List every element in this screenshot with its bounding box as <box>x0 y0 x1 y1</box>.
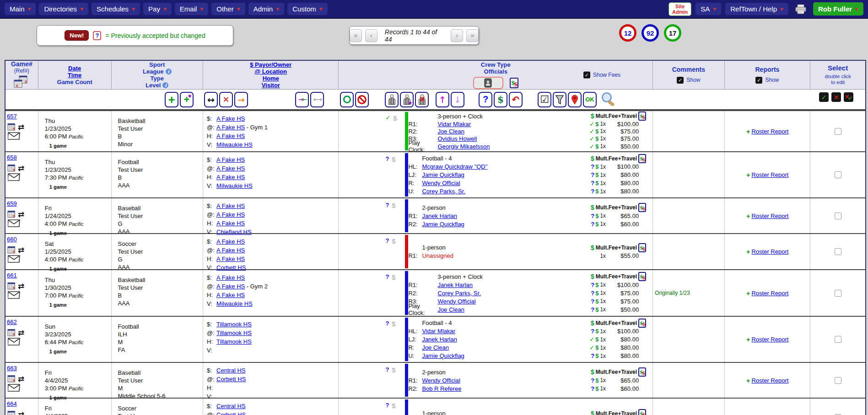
official-link[interactable]: Joe Clean <box>422 344 449 351</box>
show-comments-toggle[interactable]: ✓ Show <box>677 77 700 84</box>
next-page-button[interactable]: › <box>451 29 463 42</box>
official-link[interactable]: Wendy Official <box>422 377 460 384</box>
row-select-checkbox[interactable] <box>835 248 841 255</box>
official-link[interactable]: Wendy Official <box>437 298 475 305</box>
game-number-link[interactable]: 657 <box>7 113 17 120</box>
fee-detail-icon[interactable]: $$ <box>638 272 646 281</box>
show-reports-toggle[interactable]: ✓ Show <box>755 77 779 84</box>
school-link[interactable]: Tillamook HS <box>216 321 252 328</box>
official-link[interactable]: Ovidius Howell <box>437 135 477 142</box>
expand-report-icon[interactable]: + <box>746 335 750 343</box>
school-link[interactable]: A Fake HS <box>216 202 245 209</box>
game-number-link[interactable]: 662 <box>7 319 17 325</box>
counter-badge[interactable]: 92 <box>642 24 659 42</box>
calendar-icon[interactable] <box>7 282 16 290</box>
school-link[interactable]: A Fake HS <box>216 247 245 254</box>
row-select-checkbox[interactable] <box>835 213 841 219</box>
sort-by-date-link[interactable]: Date <box>68 65 81 72</box>
add-linked-game-icon[interactable]: +★ <box>180 92 194 107</box>
expand-report-icon[interactable]: + <box>746 377 750 384</box>
calendar-icon[interactable] <box>7 210 16 218</box>
school-link[interactable]: Tillamook HS <box>216 330 252 336</box>
school-link[interactable]: Corbett HS <box>216 411 246 415</box>
roster-report-link[interactable]: Roster Report <box>751 248 788 255</box>
contact-card-button[interactable] <box>473 77 503 89</box>
school-link[interactable]: Milwaukie HS <box>216 182 253 189</box>
menu-custom[interactable]: Custom▼ <box>287 3 328 15</box>
official-link[interactable]: Jamie Quickflag <box>422 221 464 228</box>
league-info-icon[interactable]: i <box>166 69 172 74</box>
school-link[interactable]: Milwaukie HS <box>216 141 253 148</box>
calendar-icon[interactable] <box>7 246 16 254</box>
school-link[interactable]: A Fake HS <box>216 238 245 245</box>
block-icon[interactable] <box>355 92 369 107</box>
official-link[interactable]: Vidar Mlakar <box>437 121 471 128</box>
swap-games-icon[interactable]: ↔ <box>204 92 218 107</box>
school-link[interactable]: A Fake HS <box>216 274 245 281</box>
fees-dollar-icon[interactable]: $ <box>494 92 507 107</box>
expand-report-icon[interactable]: + <box>746 248 750 255</box>
prev-page-button[interactable]: ‹ <box>365 29 377 42</box>
calendar-icon[interactable] <box>7 329 16 336</box>
row-select-checkbox[interactable] <box>835 377 841 384</box>
official-link[interactable]: Janek Harlan <box>422 336 457 343</box>
sort-by-visitor-link[interactable]: Visitor <box>262 82 280 89</box>
add-game-icon[interactable]: + <box>165 92 178 107</box>
sort-by-location-link[interactable]: @ Location <box>255 68 287 75</box>
official-link[interactable]: Corey Parks, Sr. <box>422 188 465 195</box>
search-icon[interactable] <box>600 91 616 108</box>
email-crew-icon[interactable] <box>8 291 20 299</box>
calendar-icon[interactable] <box>7 123 16 131</box>
roster-report-link[interactable]: Roster Report <box>751 377 788 384</box>
school-link[interactable]: Central HS <box>216 367 246 374</box>
roster-report-link[interactable]: Roster Report <box>751 213 788 219</box>
fee-detail-icon[interactable]: $$ <box>638 409 646 415</box>
reschedule-icon[interactable]: ⇄ <box>18 376 24 382</box>
select-all-icon[interactable]: ✓ <box>819 92 829 102</box>
school-link[interactable]: A Fake HS <box>216 156 245 163</box>
show-fees-checkbox[interactable]: ✓ <box>583 72 590 79</box>
level-info-icon[interactable]: i <box>162 82 168 88</box>
roster-report-link[interactable]: Roster Report <box>751 128 788 135</box>
counter-badge[interactable]: 12 <box>619 24 636 42</box>
official-link[interactable]: Vidar Mlakar <box>422 328 455 335</box>
transfer-game-icon[interactable]: → <box>234 92 248 107</box>
school-link[interactable]: A Fake HS <box>216 292 245 298</box>
row-select-checkbox[interactable] <box>835 128 841 135</box>
official-remove-icon[interactable]: ✕ <box>415 92 429 107</box>
email-crew-icon[interactable] <box>8 338 20 346</box>
reschedule-icon[interactable]: ⇄ <box>18 124 24 130</box>
menu-pay[interactable]: Pay▼ <box>143 3 172 15</box>
reschedule-icon[interactable]: ⇄ <box>18 165 24 171</box>
show-reports-checkbox[interactable]: ✓ <box>755 77 762 84</box>
deselect-all-icon[interactable]: ✕ <box>831 92 841 102</box>
fee-detail-icon[interactable]: $$ <box>638 112 646 121</box>
email-crew-icon[interactable] <box>8 173 20 181</box>
school-link[interactable]: A Fake HS <box>216 220 245 227</box>
menu-main[interactable]: Main▼ <box>5 3 36 15</box>
official-link[interactable]: Janek Harlan <box>437 282 473 288</box>
fee-detail-icon[interactable]: $$ <box>638 319 646 328</box>
official-link[interactable]: Joe Clean <box>437 306 464 313</box>
game-number-link[interactable]: 664 <box>7 400 17 407</box>
row-select-checkbox[interactable] <box>835 171 841 178</box>
location-pin-icon[interactable] <box>568 92 582 107</box>
show-comments-checkbox[interactable]: ✓ <box>677 77 684 84</box>
official-link[interactable]: Jamie Quickflag <box>422 352 464 359</box>
expand-report-icon[interactable]: + <box>746 289 750 297</box>
official-link[interactable]: Corey Parks, Sr. <box>437 290 481 297</box>
official-add-icon[interactable]: ★ <box>400 92 414 107</box>
roster-report-link[interactable]: Roster Report <box>751 290 788 297</box>
accept-circle-icon[interactable] <box>340 92 354 107</box>
sort-by-time-link[interactable]: Time <box>68 72 81 79</box>
calendar-icon[interactable] <box>7 410 16 415</box>
show-fees-toggle[interactable]: ✓ Show Fees <box>583 72 620 79</box>
calendar-pages-icon[interactable] <box>13 75 30 89</box>
email-crew-icon[interactable] <box>8 132 20 140</box>
email-crew-icon[interactable] <box>8 219 20 227</box>
reschedule-icon[interactable]: ⇄ <box>18 283 24 289</box>
game-number-link[interactable]: 658 <box>7 154 17 161</box>
school-link[interactable]: A Fake HS <box>216 174 245 181</box>
school-link[interactable]: A Fake HS <box>216 283 245 290</box>
official-link[interactable]: Mcgraw Quickdraw "QD" <box>422 163 487 170</box>
